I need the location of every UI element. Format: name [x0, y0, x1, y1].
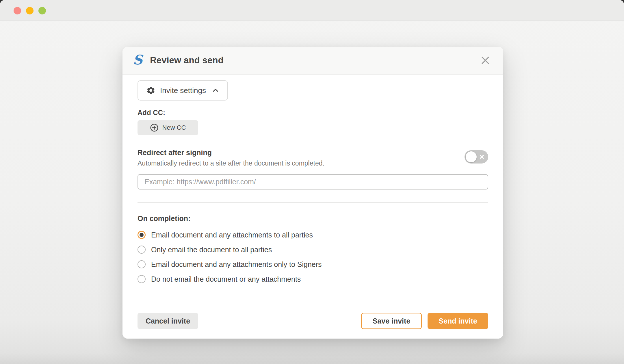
radio-button[interactable]: [138, 231, 146, 239]
signnow-logo-icon: S: [133, 53, 142, 66]
radio-button[interactable]: [138, 246, 146, 254]
redirect-toggle[interactable]: [465, 150, 488, 164]
gear-icon: [146, 86, 155, 95]
review-and-send-dialog: S Review and send Invite settings Add CC…: [122, 47, 503, 339]
new-cc-button[interactable]: New CC: [138, 120, 198, 135]
on-completion-label: On completion:: [138, 214, 488, 223]
close-dialog-button[interactable]: [478, 53, 493, 68]
radio-option-only-document-all-parties[interactable]: Only email the document to all parties: [138, 245, 488, 254]
toggle-off-x-icon: [479, 154, 484, 159]
chevron-up-icon: [212, 87, 219, 94]
traffic-lights: [14, 7, 46, 14]
redirect-title: Redirect after signing: [138, 148, 324, 157]
on-completion-options: Email document and any attachments to al…: [138, 230, 488, 284]
app-window: S Review and send Invite settings Add CC…: [0, 0, 624, 364]
invite-settings-label: Invite settings: [160, 86, 206, 95]
dialog-header: S Review and send: [122, 47, 503, 75]
dialog-footer: Cancel invite Save invite Send invite: [122, 303, 503, 339]
plus-circle-icon: [150, 123, 159, 132]
window-titlebar: [0, 0, 624, 21]
send-invite-button[interactable]: Send invite: [428, 313, 488, 329]
radio-button[interactable]: [138, 275, 146, 283]
close-icon: [479, 54, 492, 67]
close-window-button[interactable]: [14, 7, 21, 14]
minimize-window-button[interactable]: [26, 7, 34, 14]
radio-option-email-all-parties[interactable]: Email document and any attachments to al…: [138, 230, 488, 239]
radio-option-attachments-only-signers[interactable]: Email document and any attachments only …: [138, 260, 488, 269]
dialog-body: Invite settings Add CC: New CC Redirect …: [122, 75, 503, 303]
save-invite-button[interactable]: Save invite: [361, 313, 422, 329]
zoom-window-button[interactable]: [38, 7, 46, 14]
add-cc-label: Add CC:: [138, 109, 488, 117]
radio-button[interactable]: [138, 260, 146, 268]
invite-settings-button[interactable]: Invite settings: [138, 80, 228, 101]
section-divider: [138, 202, 488, 203]
radio-option-do-not-email[interactable]: Do not email the document or any attachm…: [138, 274, 488, 284]
redirect-text: Redirect after signing Automatically red…: [138, 148, 324, 167]
redirect-after-signing-row: Redirect after signing Automatically red…: [138, 148, 488, 167]
toggle-knob: [466, 151, 477, 162]
new-cc-label: New CC: [162, 124, 186, 131]
cancel-invite-button[interactable]: Cancel invite: [138, 313, 198, 329]
redirect-description: Automatically redirect to a site after t…: [138, 159, 324, 167]
redirect-url-input[interactable]: [138, 174, 488, 190]
dialog-title: Review and send: [150, 55, 224, 66]
